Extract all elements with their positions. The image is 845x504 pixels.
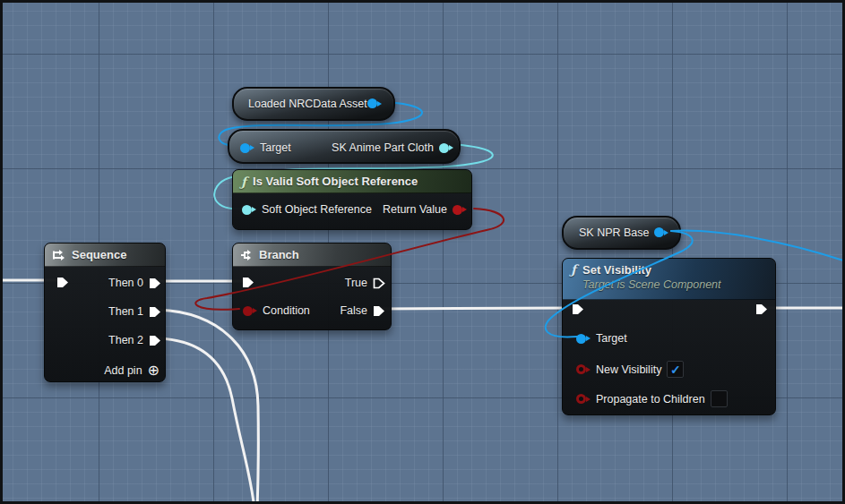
cloth-target-input-pin[interactable] bbox=[240, 143, 250, 153]
blueprint-graph-canvas[interactable]: Loaded NRCData Asset Target SK Anime Par… bbox=[0, 0, 845, 504]
then0-exec-pin[interactable] bbox=[149, 278, 161, 289]
then1-exec-pin[interactable] bbox=[149, 306, 161, 318]
setvisibility-target-label: Target bbox=[596, 332, 627, 345]
branch-icon bbox=[241, 250, 253, 261]
add-pin-button[interactable]: ⊕ bbox=[148, 363, 160, 378]
then2-exec-pin[interactable] bbox=[149, 335, 161, 346]
branch-exec-in-pin[interactable] bbox=[242, 277, 254, 288]
wire-exec-false-to-setvisibility[interactable] bbox=[379, 308, 574, 309]
function-icon: ƒ bbox=[241, 175, 246, 188]
branch-title: Branch bbox=[259, 248, 299, 261]
propagate-label: Propagate to Children bbox=[596, 393, 705, 406]
node-set-visibility[interactable]: ƒ Set Visibility Target is Scene Compone… bbox=[562, 258, 776, 415]
add-pin-label: Add pin bbox=[104, 364, 142, 377]
propagate-pin[interactable] bbox=[576, 394, 586, 404]
branch-true-label: True bbox=[345, 277, 367, 289]
setvisibility-target-pin[interactable] bbox=[576, 334, 586, 344]
return-value-output-pin[interactable] bbox=[453, 205, 462, 215]
sequence-exec-in-pin[interactable] bbox=[56, 277, 69, 288]
npr-base-output-pin[interactable] bbox=[654, 227, 664, 237]
new-visibility-pin[interactable] bbox=[576, 364, 586, 374]
loaded-asset-output-pin[interactable] bbox=[367, 98, 377, 108]
sequence-title: Sequence bbox=[72, 248, 126, 261]
branch-true-exec-pin[interactable] bbox=[373, 278, 385, 289]
soft-object-reference-label: Soft Object Reference bbox=[262, 203, 372, 216]
setvisibility-exec-in-pin[interactable] bbox=[572, 303, 584, 315]
sequence-icon bbox=[53, 250, 65, 261]
branch-condition-label: Condition bbox=[263, 304, 310, 317]
function-icon: ƒ bbox=[571, 263, 576, 276]
branch-false-label: False bbox=[340, 304, 367, 317]
node-sequence[interactable]: Sequence Then 0 Then 1 Then 2 Add pin ⊕ bbox=[44, 243, 166, 382]
wire-exec-then2-down[interactable] bbox=[159, 338, 254, 504]
npr-base-label: SK NPR Base bbox=[579, 226, 650, 239]
cloth-output-label: SK Anime Part Cloth bbox=[332, 141, 434, 154]
cloth-output-pin[interactable] bbox=[439, 143, 449, 153]
node-is-valid-soft-object-reference[interactable]: ƒ Is Valid Soft Object Reference Soft Ob… bbox=[232, 169, 472, 230]
then2-label: Then 2 bbox=[108, 334, 143, 346]
new-visibility-label: New Visibility bbox=[596, 363, 661, 376]
set-visibility-title: Set Visibility bbox=[582, 263, 721, 278]
node-sk-anime-part-cloth[interactable]: Target SK Anime Part Cloth bbox=[228, 129, 461, 164]
is-valid-title: Is Valid Soft Object Reference bbox=[253, 175, 418, 188]
branch-false-exec-pin[interactable] bbox=[373, 305, 385, 317]
branch-condition-pin[interactable] bbox=[243, 306, 253, 316]
node-sk-npr-base[interactable]: SK NPR Base bbox=[562, 216, 681, 250]
return-value-label: Return Value bbox=[383, 203, 447, 216]
then1-label: Then 1 bbox=[108, 305, 143, 318]
loaded-asset-label: Loaded NRCData Asset bbox=[248, 98, 367, 110]
soft-object-reference-input-pin[interactable] bbox=[242, 205, 252, 215]
node-loaded-nrcdata-asset[interactable]: Loaded NRCData Asset bbox=[232, 87, 395, 121]
setvisibility-exec-out-pin[interactable] bbox=[755, 303, 768, 315]
new-visibility-checkbox[interactable] bbox=[667, 361, 684, 378]
propagate-checkbox[interactable] bbox=[711, 390, 728, 407]
node-branch[interactable]: Branch True Condition False bbox=[232, 243, 392, 330]
set-visibility-subtitle: Target is Scene Component bbox=[582, 278, 721, 292]
cloth-target-label: Target bbox=[260, 141, 291, 154]
then0-label: Then 0 bbox=[108, 277, 143, 289]
